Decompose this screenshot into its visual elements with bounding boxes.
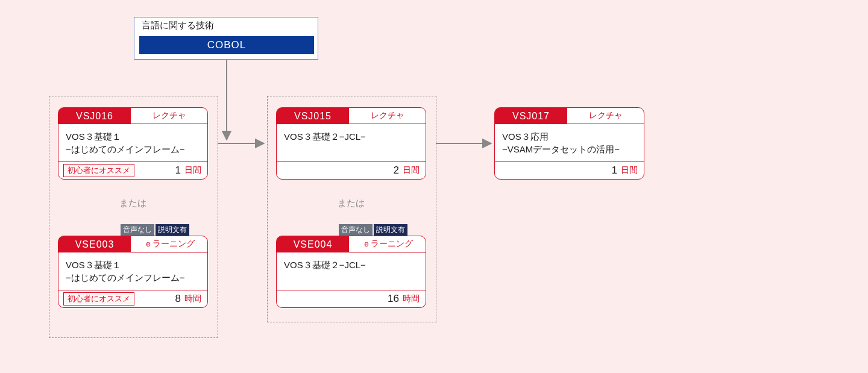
course-code: VSE004: [277, 236, 349, 252]
diagram-canvas: { "header": {"title": "言語に関する技術", "bar":…: [0, 0, 868, 373]
duration-number: 8: [175, 293, 181, 305]
tag-has-desc: 説明文有: [374, 224, 407, 236]
course-card-vsj015[interactable]: VSJ015 レクチャ VOS３基礎２−JCL− 2 日間: [276, 107, 426, 180]
duration-unit: 時間: [403, 293, 420, 304]
recommend-badge: 初心者にオススメ: [63, 164, 134, 177]
course-code: VSE003: [58, 236, 131, 252]
tag-no-audio: 音声なし: [339, 224, 373, 236]
course-type: レクチャ: [567, 108, 644, 124]
tag-has-desc: 説明文有: [156, 224, 189, 236]
course-code: VSJ015: [277, 108, 349, 124]
tag-no-audio: 音声なし: [121, 224, 154, 236]
duration-unit: 日間: [184, 165, 201, 176]
course-title: VOS３基礎１ −はじめてのメインフレーム−: [58, 252, 207, 290]
course-title: VOS３基礎２−JCL−: [277, 124, 426, 161]
course-card-vse004[interactable]: VSE004 ｅラーニング VOS３基礎２−JCL− 16 時間: [276, 236, 426, 308]
duration-unit: 日間: [403, 165, 420, 176]
separator-or-1: または: [49, 198, 217, 209]
duration-unit: 時間: [184, 293, 201, 304]
course-title: VOS３応用 −VSAMデータセットの活用−: [495, 124, 644, 161]
course-type: レクチャ: [131, 108, 207, 124]
header-title: 言語に関する技術: [142, 20, 214, 31]
course-code: VSJ017: [495, 108, 567, 124]
duration-number: 1: [612, 165, 617, 177]
course-type: ｅラーニング: [349, 236, 426, 252]
duration-number: 1: [175, 165, 181, 177]
recommend-badge: 初心者にオススメ: [63, 292, 134, 306]
duration-number: 16: [388, 293, 399, 305]
duration-unit: 日間: [621, 165, 638, 176]
course-card-vsj016[interactable]: VSJ016 レクチャ VOS３基礎１ −はじめてのメインフレーム− 初心者にオ…: [58, 107, 208, 180]
course-code: VSJ016: [58, 108, 131, 124]
duration-number: 2: [394, 165, 399, 177]
course-type: レクチャ: [349, 108, 426, 124]
course-card-vsj017[interactable]: VSJ017 レクチャ VOS３応用 −VSAMデータセットの活用− 1 日間: [494, 107, 644, 180]
course-card-vse003[interactable]: VSE003 ｅラーニング VOS３基礎１ −はじめてのメインフレーム− 初心者…: [58, 236, 208, 308]
header-box: 言語に関する技術 COBOL: [134, 17, 318, 60]
course-title: VOS３基礎１ −はじめてのメインフレーム−: [58, 124, 207, 161]
card-tags-vse003: 音声なし 説明文有: [121, 224, 189, 236]
separator-or-2: または: [267, 198, 435, 209]
course-title: VOS３基礎２−JCL−: [277, 252, 426, 290]
card-tags-vse004: 音声なし 説明文有: [339, 224, 407, 236]
header-bar: COBOL: [139, 36, 314, 54]
course-type: ｅラーニング: [131, 236, 207, 252]
